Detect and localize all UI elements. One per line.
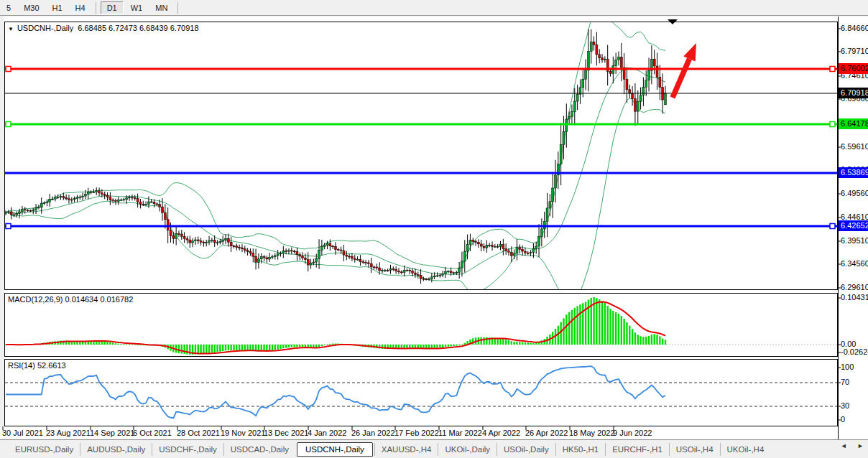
symbol-tab-ukoildaily[interactable]: UKOil-,Daily — [438, 443, 497, 456]
date-axis-label: 28 Oct 2021 — [177, 429, 220, 437]
ohlc-values: 6.68485 6.72473 6.68439 6.70918 — [78, 24, 198, 32]
date-axis-label: 13 Dec 2021 — [264, 429, 308, 437]
price-chart-panel[interactable] — [4, 22, 838, 290]
timeframe-button-h4[interactable]: H4 — [70, 2, 91, 14]
timeframe-button-h1[interactable]: H1 — [47, 2, 68, 14]
price-level-badge: 6.70918 — [839, 88, 868, 98]
price-axis-tick: 6.39510 — [841, 236, 868, 245]
symbol-tab-usdcaddaily[interactable]: USDCAD-,Daily — [223, 443, 295, 456]
tab-scroll-right-icon[interactable]: ► — [857, 442, 864, 449]
date-axis-label: 6 Oct 2021 — [133, 429, 172, 437]
price-level-badge: 6.53869 — [839, 167, 868, 178]
macd-indicator-label: MACD(12,26,9) 0.014634 0.016782 — [8, 295, 133, 304]
date-axis-label: 14 Sep 2021 — [90, 429, 134, 437]
price-level-badge: 6.76002 — [839, 63, 868, 74]
timeframe-button-d1[interactable]: D1 — [101, 1, 124, 14]
symbol-tab-xauusdh4[interactable]: XAUUSD-,H4 — [374, 443, 438, 456]
rsi-axis-tick: 70 — [841, 378, 849, 386]
rsi-indicator-label: RSI(14) 52.6613 — [8, 361, 66, 370]
symbol-tab-usdchfdaily[interactable]: USDCHF-,Daily — [152, 443, 223, 456]
price-axis-tick: 6.34560 — [841, 259, 868, 268]
price-level-badge: 6.64178 — [839, 118, 868, 129]
symbol-tab-bar: EURUSD-,DailyAUDUSD-,DailyUSDCHF-,DailyU… — [0, 439, 868, 458]
symbol-tab-hk50h1[interactable]: HK50-,H1 — [555, 443, 606, 456]
date-axis-label: 26 Apr 2022 — [525, 429, 568, 437]
date-axis-label: 23 Aug 2021 — [46, 429, 91, 437]
symbol-tab-usoilh4[interactable]: USOil-,H4 — [669, 443, 720, 456]
date-axis-label: 26 Jan 2022 — [351, 429, 395, 437]
timeframe-button-w1[interactable]: W1 — [125, 2, 149, 14]
date-axis-label: 4 Apr 2022 — [482, 429, 520, 437]
tab-scroll-left-icon[interactable]: ◄ — [841, 442, 847, 449]
date-axis-label: 19 Nov 2021 — [221, 429, 265, 437]
toolbar-separator — [96, 2, 96, 14]
tab-scroll-buttons: ◄ ► — [832, 442, 864, 449]
price-axis-tick: 6.79710 — [841, 47, 868, 55]
chart-title: ▼USDCNH-,Daily 6.68485 6.72473 6.68439 6… — [8, 24, 199, 32]
rsi-axis-tick: 100 — [841, 363, 854, 371]
macd-axis-tick: -0.026249 — [841, 347, 868, 356]
price-axis-tick: 6.84660 — [841, 24, 868, 32]
macd-axis-tick: 0.104313 — [841, 293, 868, 302]
symbol-tab-eurusddaily[interactable]: EURUSD-,Daily — [9, 443, 80, 456]
date-axis-label: 9 Jun 2022 — [613, 429, 652, 437]
price-axis-tick: 6.29610 — [841, 283, 868, 291]
timeframe-button-m30[interactable]: M30 — [18, 2, 45, 14]
date-axis-label: 17 Feb 2022 — [394, 429, 439, 437]
rsi-axis-tick: 30 — [841, 401, 849, 410]
chart-menu-dropdown-icon[interactable]: ▼ — [8, 26, 14, 32]
symbol-tab-eurchfh1[interactable]: EURCHF-,H1 — [605, 443, 669, 456]
date-axis-label: 4 Jan 2022 — [308, 429, 346, 437]
symbol-tab-usdcnhdaily[interactable]: USDCNH-,Daily — [297, 442, 373, 457]
date-axis-label: 30 Jul 2021 — [2, 429, 43, 437]
symbol-tab-ukoilh4[interactable]: UKOil-,H4 — [720, 443, 771, 456]
symbol-period-label: USDCNH-,Daily — [17, 24, 73, 32]
rsi-panel[interactable] — [4, 359, 838, 426]
rsi-axis-tick: 0 — [841, 415, 845, 424]
price-axis-tick: 6.49560 — [841, 189, 868, 197]
date-axis-label: 11 Mar 2022 — [438, 429, 482, 437]
symbol-tab-audusddaily[interactable]: AUDUSD-,Daily — [80, 443, 152, 456]
timeframe-button-mn[interactable]: MN — [149, 2, 173, 14]
timeframe-button-5[interactable]: 5 — [1, 2, 17, 14]
toolbar-separator — [177, 2, 178, 14]
timeframe-toolbar: 5M30H1H4D1W1MN — [0, 0, 868, 16]
symbol-tab-usoildaily[interactable]: USOil-,Daily — [497, 443, 555, 456]
price-level-badge: 6.42652 — [839, 220, 868, 231]
price-axis-tick: 6.59610 — [841, 142, 868, 151]
date-axis-label: 18 May 2022 — [569, 429, 615, 437]
